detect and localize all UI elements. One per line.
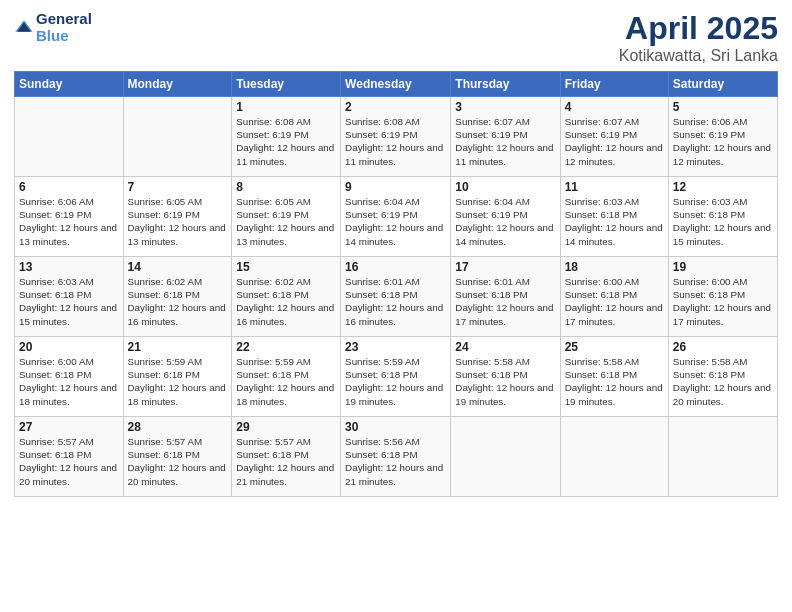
day-number: 5 (673, 100, 773, 114)
day-info: Sunrise: 6:00 AM Sunset: 6:18 PM Dayligh… (565, 275, 664, 328)
day-info: Sunrise: 5:59 AM Sunset: 6:18 PM Dayligh… (128, 355, 228, 408)
calendar-cell: 13Sunrise: 6:03 AM Sunset: 6:18 PM Dayli… (15, 257, 124, 337)
day-header: Tuesday (232, 72, 341, 97)
day-info: Sunrise: 5:57 AM Sunset: 6:18 PM Dayligh… (236, 435, 336, 488)
calendar-week-row: 1Sunrise: 6:08 AM Sunset: 6:19 PM Daylig… (15, 97, 778, 177)
day-info: Sunrise: 6:03 AM Sunset: 6:18 PM Dayligh… (19, 275, 119, 328)
day-info: Sunrise: 5:56 AM Sunset: 6:18 PM Dayligh… (345, 435, 446, 488)
day-number: 30 (345, 420, 446, 434)
calendar-cell: 11Sunrise: 6:03 AM Sunset: 6:18 PM Dayli… (560, 177, 668, 257)
day-number: 25 (565, 340, 664, 354)
day-number: 23 (345, 340, 446, 354)
day-info: Sunrise: 5:57 AM Sunset: 6:18 PM Dayligh… (19, 435, 119, 488)
calendar-cell: 12Sunrise: 6:03 AM Sunset: 6:18 PM Dayli… (668, 177, 777, 257)
day-info: Sunrise: 6:04 AM Sunset: 6:19 PM Dayligh… (345, 195, 446, 248)
day-number: 19 (673, 260, 773, 274)
calendar-cell: 4Sunrise: 6:07 AM Sunset: 6:19 PM Daylig… (560, 97, 668, 177)
calendar-week-row: 13Sunrise: 6:03 AM Sunset: 6:18 PM Dayli… (15, 257, 778, 337)
day-number: 20 (19, 340, 119, 354)
day-info: Sunrise: 6:06 AM Sunset: 6:19 PM Dayligh… (19, 195, 119, 248)
calendar-week-row: 6Sunrise: 6:06 AM Sunset: 6:19 PM Daylig… (15, 177, 778, 257)
day-number: 18 (565, 260, 664, 274)
day-number: 28 (128, 420, 228, 434)
day-number: 15 (236, 260, 336, 274)
calendar-cell: 19Sunrise: 6:00 AM Sunset: 6:18 PM Dayli… (668, 257, 777, 337)
calendar-cell (123, 97, 232, 177)
day-info: Sunrise: 6:05 AM Sunset: 6:19 PM Dayligh… (128, 195, 228, 248)
calendar-cell (560, 417, 668, 497)
calendar-cell: 5Sunrise: 6:06 AM Sunset: 6:19 PM Daylig… (668, 97, 777, 177)
calendar-week-row: 20Sunrise: 6:00 AM Sunset: 6:18 PM Dayli… (15, 337, 778, 417)
day-info: Sunrise: 6:01 AM Sunset: 6:18 PM Dayligh… (345, 275, 446, 328)
day-info: Sunrise: 6:08 AM Sunset: 6:19 PM Dayligh… (345, 115, 446, 168)
day-info: Sunrise: 6:03 AM Sunset: 6:18 PM Dayligh… (565, 195, 664, 248)
day-info: Sunrise: 6:00 AM Sunset: 6:18 PM Dayligh… (19, 355, 119, 408)
day-number: 6 (19, 180, 119, 194)
page: General Blue April 2025 Kotikawatta, Sri… (0, 0, 792, 612)
day-number: 12 (673, 180, 773, 194)
calendar-cell: 23Sunrise: 5:59 AM Sunset: 6:18 PM Dayli… (341, 337, 451, 417)
day-info: Sunrise: 6:07 AM Sunset: 6:19 PM Dayligh… (565, 115, 664, 168)
day-number: 4 (565, 100, 664, 114)
day-info: Sunrise: 5:59 AM Sunset: 6:18 PM Dayligh… (345, 355, 446, 408)
day-number: 7 (128, 180, 228, 194)
day-number: 16 (345, 260, 446, 274)
calendar-cell: 21Sunrise: 5:59 AM Sunset: 6:18 PM Dayli… (123, 337, 232, 417)
day-info: Sunrise: 6:07 AM Sunset: 6:19 PM Dayligh… (455, 115, 555, 168)
day-number: 22 (236, 340, 336, 354)
day-info: Sunrise: 6:03 AM Sunset: 6:18 PM Dayligh… (673, 195, 773, 248)
day-number: 26 (673, 340, 773, 354)
calendar-header: SundayMondayTuesdayWednesdayThursdayFrid… (15, 72, 778, 97)
day-number: 21 (128, 340, 228, 354)
calendar-cell: 26Sunrise: 5:58 AM Sunset: 6:18 PM Dayli… (668, 337, 777, 417)
day-info: Sunrise: 5:57 AM Sunset: 6:18 PM Dayligh… (128, 435, 228, 488)
day-number: 29 (236, 420, 336, 434)
calendar-cell: 9Sunrise: 6:04 AM Sunset: 6:19 PM Daylig… (341, 177, 451, 257)
day-header: Wednesday (341, 72, 451, 97)
calendar-cell: 17Sunrise: 6:01 AM Sunset: 6:18 PM Dayli… (451, 257, 560, 337)
calendar-cell: 24Sunrise: 5:58 AM Sunset: 6:18 PM Dayli… (451, 337, 560, 417)
calendar-body: 1Sunrise: 6:08 AM Sunset: 6:19 PM Daylig… (15, 97, 778, 497)
calendar-cell: 25Sunrise: 5:58 AM Sunset: 6:18 PM Dayli… (560, 337, 668, 417)
day-info: Sunrise: 5:58 AM Sunset: 6:18 PM Dayligh… (673, 355, 773, 408)
day-number: 10 (455, 180, 555, 194)
day-number: 24 (455, 340, 555, 354)
day-number: 14 (128, 260, 228, 274)
day-info: Sunrise: 6:00 AM Sunset: 6:18 PM Dayligh… (673, 275, 773, 328)
calendar-cell (668, 417, 777, 497)
logo-icon (14, 17, 34, 37)
day-number: 17 (455, 260, 555, 274)
day-info: Sunrise: 5:58 AM Sunset: 6:18 PM Dayligh… (565, 355, 664, 408)
day-info: Sunrise: 6:02 AM Sunset: 6:18 PM Dayligh… (128, 275, 228, 328)
calendar-table: SundayMondayTuesdayWednesdayThursdayFrid… (14, 71, 778, 497)
day-info: Sunrise: 6:01 AM Sunset: 6:18 PM Dayligh… (455, 275, 555, 328)
day-number: 13 (19, 260, 119, 274)
header: General Blue April 2025 Kotikawatta, Sri… (14, 10, 778, 65)
day-info: Sunrise: 6:04 AM Sunset: 6:19 PM Dayligh… (455, 195, 555, 248)
day-header: Monday (123, 72, 232, 97)
calendar-title: April 2025 (619, 10, 778, 47)
calendar-cell: 20Sunrise: 6:00 AM Sunset: 6:18 PM Dayli… (15, 337, 124, 417)
day-number: 9 (345, 180, 446, 194)
day-number: 11 (565, 180, 664, 194)
calendar-cell: 14Sunrise: 6:02 AM Sunset: 6:18 PM Dayli… (123, 257, 232, 337)
calendar-cell: 1Sunrise: 6:08 AM Sunset: 6:19 PM Daylig… (232, 97, 341, 177)
day-info: Sunrise: 6:08 AM Sunset: 6:19 PM Dayligh… (236, 115, 336, 168)
day-header: Thursday (451, 72, 560, 97)
day-number: 3 (455, 100, 555, 114)
logo-text: General Blue (36, 10, 92, 45)
day-header: Saturday (668, 72, 777, 97)
calendar-cell: 15Sunrise: 6:02 AM Sunset: 6:18 PM Dayli… (232, 257, 341, 337)
calendar-cell (451, 417, 560, 497)
calendar-cell: 7Sunrise: 6:05 AM Sunset: 6:19 PM Daylig… (123, 177, 232, 257)
calendar-cell: 27Sunrise: 5:57 AM Sunset: 6:18 PM Dayli… (15, 417, 124, 497)
calendar-week-row: 27Sunrise: 5:57 AM Sunset: 6:18 PM Dayli… (15, 417, 778, 497)
logo: General Blue (14, 10, 92, 45)
day-header: Friday (560, 72, 668, 97)
day-number: 27 (19, 420, 119, 434)
calendar-cell: 3Sunrise: 6:07 AM Sunset: 6:19 PM Daylig… (451, 97, 560, 177)
day-header: Sunday (15, 72, 124, 97)
calendar-cell: 30Sunrise: 5:56 AM Sunset: 6:18 PM Dayli… (341, 417, 451, 497)
calendar-cell: 16Sunrise: 6:01 AM Sunset: 6:18 PM Dayli… (341, 257, 451, 337)
day-info: Sunrise: 6:05 AM Sunset: 6:19 PM Dayligh… (236, 195, 336, 248)
